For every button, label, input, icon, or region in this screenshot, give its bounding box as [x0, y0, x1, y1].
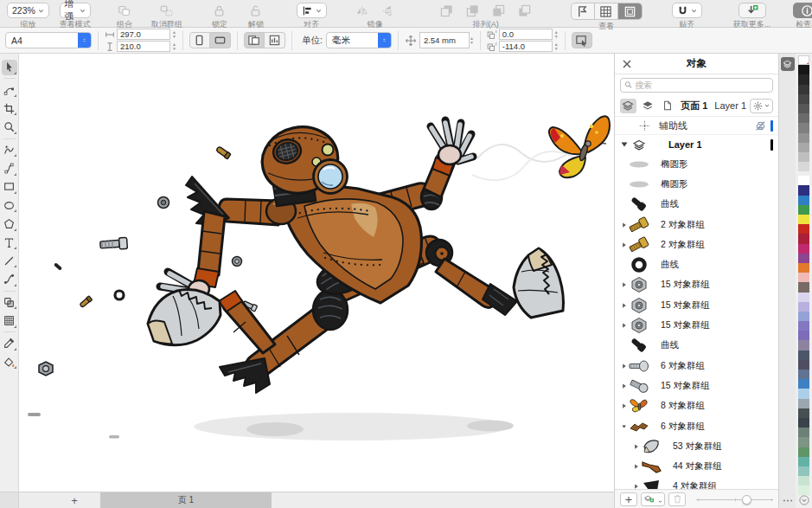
page-width-field[interactable] — [117, 29, 170, 40]
color-swatch[interactable] — [798, 65, 809, 74]
color-swatch[interactable] — [798, 104, 809, 113]
color-swatch[interactable] — [798, 113, 809, 123]
current-page-button[interactable] — [265, 32, 285, 48]
color-swatch[interactable] — [798, 418, 809, 428]
color-swatch[interactable] — [798, 224, 809, 234]
slider-handle[interactable] — [742, 495, 751, 505]
expand-caret-icon[interactable] — [620, 383, 628, 389]
color-swatch[interactable] — [798, 476, 809, 485]
mirror-vertical-button[interactable] — [377, 3, 400, 18]
object-row[interactable]: 6 对象群组 — [615, 356, 778, 376]
portrait-button[interactable] — [189, 32, 210, 48]
snap-button[interactable] — [672, 3, 702, 18]
view-all-layers-button[interactable] — [620, 99, 636, 113]
expand-caret-icon[interactable] — [620, 402, 628, 409]
color-swatch[interactable] — [798, 162, 809, 171]
view-grid-button[interactable] — [595, 3, 618, 19]
objects-docker-tab[interactable] — [781, 57, 795, 71]
color-swatch[interactable] — [798, 293, 809, 302]
object-row[interactable]: 4 对象群组 — [615, 477, 778, 489]
color-swatch[interactable] — [798, 485, 809, 495]
expand-caret-icon[interactable] — [620, 363, 628, 370]
color-swatch[interactable] — [798, 244, 809, 254]
tool-zoom[interactable] — [2, 119, 17, 135]
object-row[interactable]: 曲线 — [615, 254, 778, 274]
tool-fill[interactable] — [2, 354, 17, 370]
tool-ellipse[interactable] — [2, 197, 17, 213]
color-swatch[interactable] — [798, 254, 809, 263]
search-input[interactable] — [635, 80, 769, 90]
object-row[interactable]: 15 对象群组 — [615, 275, 778, 295]
object-row[interactable]: 8 对象群组 — [615, 396, 778, 416]
color-swatch[interactable] — [798, 152, 809, 162]
expand-caret-icon[interactable] — [620, 241, 628, 248]
view-pages-button[interactable] — [659, 99, 675, 113]
layer-row[interactable]: Layer 1 — [615, 135, 778, 154]
back-one-button[interactable] — [488, 3, 510, 18]
object-row[interactable]: 曲线 — [615, 336, 778, 356]
color-swatch[interactable] — [798, 133, 809, 143]
color-swatch[interactable] — [798, 196, 809, 205]
combine-button[interactable] — [113, 3, 136, 18]
page-height-field[interactable] — [117, 41, 170, 52]
all-pages-button[interactable] — [244, 32, 265, 48]
object-row[interactable]: 15 对象群组 — [615, 295, 778, 315]
non-printing-icon[interactable] — [755, 120, 766, 132]
new-object-button[interactable] — [620, 492, 637, 506]
tool-pick[interactable] — [2, 60, 17, 75]
duplicate-y-field[interactable] — [499, 41, 553, 52]
tool-connector[interactable] — [2, 272, 17, 287]
object-row[interactable]: 6 对象群组 — [615, 416, 778, 436]
get-more-button[interactable] — [738, 3, 766, 18]
forward-one-button[interactable] — [462, 3, 484, 18]
tool-text[interactable] — [2, 235, 17, 250]
color-swatch[interactable] — [798, 273, 809, 282]
stepper-icon[interactable]: ▲▼ — [172, 42, 176, 51]
units-select[interactable]: 毫米 — [326, 32, 392, 48]
no-color-swatch[interactable] — [798, 55, 809, 65]
unlock-button[interactable] — [245, 3, 267, 18]
expand-caret-icon[interactable] — [620, 322, 628, 329]
nudge-offset-field[interactable] — [419, 32, 470, 48]
color-swatch[interactable] — [798, 340, 809, 350]
color-swatch[interactable] — [798, 85, 809, 94]
tool-eyedropper[interactable] — [2, 336, 17, 351]
panel-options-button[interactable] — [750, 99, 773, 113]
tool-freehand[interactable] — [2, 142, 17, 158]
expand-caret-icon[interactable] — [620, 423, 628, 430]
color-swatch[interactable] — [798, 312, 809, 321]
stepper-icon[interactable]: ▲▼ — [554, 42, 559, 51]
object-row[interactable]: 53 对象群组 — [615, 436, 778, 456]
object-row[interactable]: 2 对象群组 — [615, 235, 778, 254]
palette-expand-icon[interactable] — [799, 495, 809, 505]
color-swatch[interactable] — [798, 123, 809, 132]
drawing-canvas[interactable] — [19, 54, 614, 492]
object-row[interactable]: 椭圆形 — [615, 174, 778, 194]
color-swatch[interactable] — [798, 263, 809, 273]
color-swatch[interactable] — [798, 466, 809, 476]
color-swatch[interactable] — [798, 74, 809, 84]
color-swatch[interactable] — [798, 360, 809, 370]
view-page-button[interactable] — [618, 3, 642, 19]
color-swatch[interactable] — [798, 215, 809, 224]
tool-polygon[interactable] — [2, 216, 17, 232]
tool-line[interactable] — [2, 253, 17, 268]
color-swatch[interactable] — [798, 457, 809, 466]
color-swatch[interactable] — [798, 234, 809, 243]
tool-bezier[interactable] — [2, 161, 17, 177]
search-box[interactable] — [620, 78, 773, 93]
color-swatch[interactable] — [798, 282, 809, 292]
expand-caret-icon[interactable] — [632, 443, 640, 450]
guides-row[interactable]: 辅助线 — [615, 117, 778, 135]
view-current-layer-button[interactable] — [640, 99, 656, 113]
to-back-button[interactable] — [514, 3, 536, 18]
edit-page-button[interactable] — [572, 32, 592, 48]
page-tab[interactable]: 页 1 — [100, 492, 272, 508]
color-swatch[interactable] — [798, 370, 809, 379]
robot-illustration[interactable] — [148, 120, 564, 393]
zoom-level-select[interactable]: 223% — [7, 3, 49, 18]
object-row[interactable]: 2 对象群组 — [615, 215, 778, 235]
expand-caret-icon[interactable] — [632, 463, 640, 470]
scattered-hardware[interactable] — [28, 146, 258, 439]
color-swatch[interactable] — [798, 94, 809, 104]
